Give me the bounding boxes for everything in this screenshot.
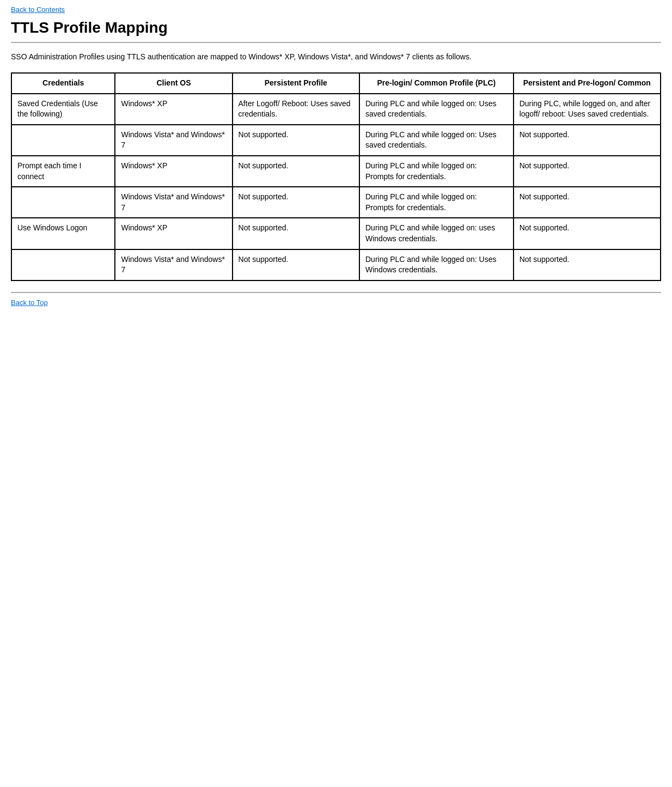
cell-persistent-prelogon: During PLC, while logged on, and after l… xyxy=(514,94,661,125)
cell-credentials xyxy=(11,187,115,218)
page-title: TTLS Profile Mapping xyxy=(11,19,661,36)
back-to-contents-link[interactable]: Back to Contents xyxy=(11,5,65,14)
header-client-os: Client OS xyxy=(115,73,232,94)
cell-persistent-prelogon: Not supported. xyxy=(514,156,661,187)
table-row: Windows Vista* and Windows* 7Not support… xyxy=(11,249,661,280)
cell-client-os: Windows Vista* and Windows* 7 xyxy=(115,125,232,156)
top-divider xyxy=(11,42,661,43)
cell-client-os: Windows Vista* and Windows* 7 xyxy=(115,187,232,218)
cell-client-os: Windows* XP xyxy=(115,94,232,125)
cell-prelogin: During PLC and while logged on: uses Win… xyxy=(359,218,514,249)
header-persistent-profile: Persistent Profile xyxy=(233,73,359,94)
header-persistent-prelogon: Persistent and Pre-logon/ Common xyxy=(514,73,661,94)
cell-prelogin: During PLC and while logged on: Uses Win… xyxy=(359,249,514,280)
cell-client-os: Windows* XP xyxy=(115,218,232,249)
bottom-divider xyxy=(11,292,661,293)
cell-client-os: Windows Vista* and Windows* 7 xyxy=(115,249,232,280)
cell-persistent-profile: Not supported. xyxy=(233,156,359,187)
cell-persistent-prelogon: Not supported. xyxy=(514,125,661,156)
cell-persistent-prelogon: Not supported. xyxy=(514,249,661,280)
header-credentials: Credentials xyxy=(11,73,115,94)
cell-persistent-profile: After Logoff/ Reboot: Uses saved credent… xyxy=(233,94,359,125)
cell-prelogin: During PLC and while logged on: Prompts … xyxy=(359,187,514,218)
cell-persistent-profile: Not supported. xyxy=(233,249,359,280)
table-row: Use Windows LogonWindows* XPNot supporte… xyxy=(11,218,661,249)
table-row: Saved Credentials (Use the following)Win… xyxy=(11,94,661,125)
table-row: Windows Vista* and Windows* 7Not support… xyxy=(11,187,661,218)
ttls-mapping-table: Credentials Client OS Persistent Profile… xyxy=(11,72,661,281)
cell-client-os: Windows* XP xyxy=(115,156,232,187)
back-to-top-link[interactable]: Back to Top xyxy=(11,298,48,307)
cell-credentials xyxy=(11,125,115,156)
cell-persistent-profile: Not supported. xyxy=(233,187,359,218)
cell-prelogin: During PLC and while logged on: Uses sav… xyxy=(359,94,514,125)
cell-prelogin: During PLC and while logged on: Uses sav… xyxy=(359,125,514,156)
header-prelogin: Pre-login/ Common Profile (PLC) xyxy=(359,73,514,94)
intro-paragraph: SSO Administration Profiles using TTLS a… xyxy=(11,51,661,63)
cell-persistent-prelogon: Not supported. xyxy=(514,218,661,249)
cell-credentials: Use Windows Logon xyxy=(11,218,115,249)
cell-credentials: Prompt each time I connect xyxy=(11,156,115,187)
cell-credentials: Saved Credentials (Use the following) xyxy=(11,94,115,125)
table-header-row: Credentials Client OS Persistent Profile… xyxy=(11,73,661,94)
cell-persistent-prelogon: Not supported. xyxy=(514,187,661,218)
cell-prelogin: During PLC and while logged on: Prompts … xyxy=(359,156,514,187)
table-row: Prompt each time I connectWindows* XPNot… xyxy=(11,156,661,187)
cell-persistent-profile: Not supported. xyxy=(233,125,359,156)
cell-credentials xyxy=(11,249,115,280)
table-row: Windows Vista* and Windows* 7Not support… xyxy=(11,125,661,156)
cell-persistent-profile: Not supported. xyxy=(233,218,359,249)
